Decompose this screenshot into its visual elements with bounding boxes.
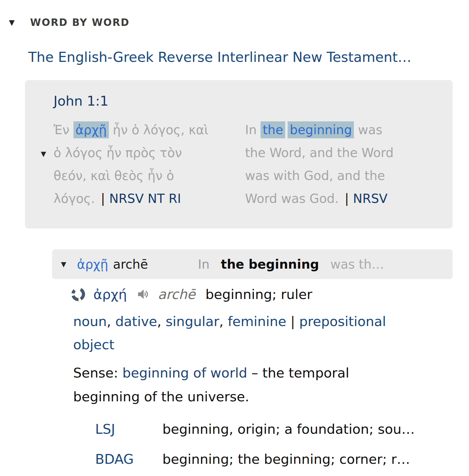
- sense-block: Sense: beginning of world – the temporal…: [73, 361, 469, 409]
- word-collapse-triangle-icon[interactable]: ▼: [61, 261, 66, 268]
- version-separator: |: [345, 191, 349, 206]
- word-bar-selected-text: the beginning: [221, 257, 319, 272]
- english-text-column: In thebeginning was the Word, and the Wo…: [245, 118, 442, 210]
- greek-text: ἦν ὁ λόγος, καὶ: [109, 123, 208, 137]
- lemma-greek-link[interactable]: ἀρχή: [93, 286, 127, 302]
- pronounce-speaker-icon[interactable]: [137, 287, 150, 301]
- morph-comma: ,: [107, 314, 115, 329]
- word-bar-context-post: was th…: [330, 257, 384, 272]
- greek-text-column: Ἐν ἀρχῇ ἦν ὁ λόγος, καὶ ὁ λόγος ἦν πρὸς …: [54, 118, 245, 210]
- english-line-2: the Word, and the Word: [245, 141, 442, 164]
- morph-link-dative[interactable]: dative: [115, 314, 157, 329]
- word-bar-transliteration: archē: [113, 257, 148, 272]
- collapse-triangle-icon[interactable]: ▼: [9, 19, 15, 26]
- lemma-row: ἀρχή archē beginning; ruler: [70, 286, 469, 302]
- morph-comma: ,: [219, 314, 228, 329]
- english-highlighted-word-the[interactable]: the: [261, 121, 285, 138]
- greek-text: Ἐν: [54, 123, 73, 137]
- greek-line-1: Ἐν ἀρχῇ ἦν ὁ λόγος, καὶ: [54, 118, 245, 141]
- lemma-gloss: beginning; ruler: [206, 286, 312, 302]
- greek-text: λόγος.: [54, 191, 95, 206]
- lemma-ring-icon[interactable]: [70, 286, 86, 302]
- sense-text: – the temporal: [247, 365, 349, 381]
- english-version-link[interactable]: NRSV: [353, 191, 388, 206]
- greek-line-4: λόγος.|NRSV NT RI: [54, 187, 245, 210]
- section-title: WORD BY WORD: [30, 17, 130, 28]
- english-text: In: [245, 123, 261, 137]
- morphology-line-1: noun, dative, singular, feminine|preposi…: [73, 310, 469, 333]
- lexicon-link-bdag[interactable]: BDAG: [95, 451, 162, 467]
- morph-link-prepositional-object[interactable]: object: [73, 337, 114, 353]
- verse-collapse-column: ▼: [33, 118, 54, 210]
- verse-row: ▼ Ἐν ἀρχῇ ἦν ὁ λόγος, καὶ ὁ λόγος ἦν πρὸ…: [33, 118, 442, 210]
- greek-line-3: θεόν, καὶ θεὸς ἦν ὁ: [54, 164, 245, 187]
- definition-row-lsj: LSJ beginning, origin; a foundation; sou…: [95, 421, 469, 437]
- word-bar-context-pre: In: [198, 257, 210, 272]
- lemma-transliteration: archē: [158, 286, 195, 302]
- english-highlighted-word-beginning[interactable]: beginning: [288, 121, 354, 138]
- morph-link-prepositional-object[interactable]: prepositional: [299, 314, 386, 329]
- lexicon-link-lsj[interactable]: LSJ: [95, 421, 162, 437]
- word-bar-greek[interactable]: ἀρχῇ: [77, 257, 108, 272]
- sense-link[interactable]: beginning of world: [122, 365, 247, 381]
- morph-comma: ,: [157, 314, 166, 329]
- morph-link-singular[interactable]: singular: [166, 314, 219, 329]
- greek-line-2: ὁ λόγος ἦν πρὸς τὸν: [54, 141, 245, 164]
- version-separator: |: [101, 191, 105, 206]
- definition-text: beginning; the beginning; corner; r…: [162, 451, 410, 467]
- morph-link-noun[interactable]: noun: [73, 314, 107, 329]
- verse-reference-link[interactable]: John 1:1: [54, 93, 442, 109]
- definitions-list: LSJ beginning, origin; a foundation; sou…: [95, 421, 469, 467]
- definition-text: beginning, origin; a foundation; sou…: [162, 421, 415, 437]
- sense-line-2: beginning of the universe.: [73, 385, 469, 409]
- english-line-3: was with God, and the: [245, 164, 442, 187]
- sense-line-1: Sense: beginning of world – the temporal: [73, 361, 469, 385]
- english-line-1: In thebeginning was: [245, 118, 442, 141]
- word-entry-bar: ▼ ἀρχῇ archē In the beginning was th…: [52, 249, 453, 279]
- verse-card: John 1:1 ▼ Ἐν ἀρχῇ ἦν ὁ λόγος, καὶ ὁ λόγ…: [25, 80, 453, 228]
- sense-label: Sense:: [73, 365, 122, 381]
- morph-pipe-separator: |: [291, 314, 295, 329]
- morphology-block: noun, dative, singular, feminine|preposi…: [73, 310, 469, 356]
- greek-highlighted-word[interactable]: ἀρχῇ: [73, 121, 109, 138]
- english-line-4: Word was God.|NRSV: [245, 187, 442, 210]
- morphology-line-2: object: [73, 333, 469, 356]
- greek-version-link[interactable]: NRSV NT RI: [109, 191, 181, 206]
- resource-title-link[interactable]: The English-Greek Reverse Interlinear Ne…: [28, 49, 469, 65]
- verse-collapse-triangle-icon[interactable]: ▼: [41, 150, 46, 158]
- english-text: was: [354, 123, 382, 137]
- english-text: Word was God.: [245, 191, 339, 206]
- morph-link-feminine[interactable]: feminine: [228, 314, 286, 329]
- word-by-word-header: ▼ WORD BY WORD: [9, 17, 469, 28]
- definition-row-bdag: BDAG beginning; the beginning; corner; r…: [95, 451, 469, 467]
